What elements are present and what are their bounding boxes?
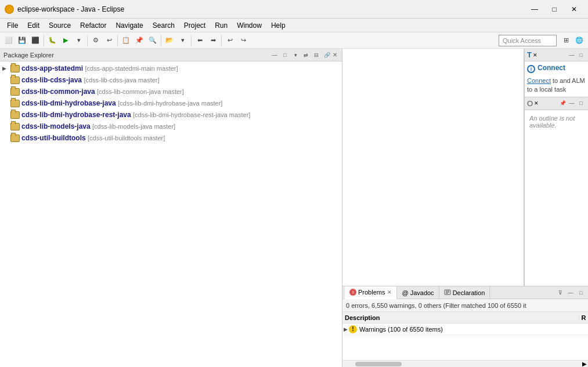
tab-problems[interactable]: ! Problems ✕	[345, 286, 397, 299]
task-close-icon[interactable]: ✕	[533, 52, 538, 58]
scroll-right-button[interactable]: ▶	[582, 361, 587, 367]
toolbar-btn-12[interactable]: ↩	[223, 34, 236, 47]
package-explorer-title: Package Explorer	[3, 52, 270, 59]
link-button[interactable]: 🔗	[322, 50, 331, 60]
close-view-button[interactable]: ✕	[331, 52, 338, 58]
editor-area[interactable]	[342, 49, 524, 286]
task-header-icons: T ✕	[527, 50, 567, 59]
toolbar-sep-3	[117, 35, 118, 46]
toolbar-btn-6[interactable]: 📌	[133, 34, 146, 47]
list-item[interactable]: cdss-lib-models-java [cdss-lib-models-ja…	[0, 121, 342, 132]
save-button[interactable]: 💾	[16, 34, 28, 47]
outline-empty-text: An outline is not available.	[525, 110, 588, 133]
project-icon	[10, 133, 20, 143]
task-maximize-button[interactable]: □	[576, 50, 586, 60]
perspectives-button[interactable]: ⊞	[560, 34, 572, 47]
maximize-view-button[interactable]: □	[280, 50, 290, 60]
right-panel: T ✕ — □ i Connect Connect to an	[342, 49, 588, 367]
problems-tab-icon: !	[349, 288, 356, 296]
bottom-filter-button[interactable]: ⊽	[555, 288, 565, 297]
new-button[interactable]: ⬜	[2, 34, 15, 47]
task-panel-header: T ✕ — □	[525, 49, 588, 61]
javadoc-tab-label: Javadoc	[410, 289, 434, 296]
menu-refactor[interactable]: Refactor	[75, 20, 111, 31]
horizontal-scrollbar[interactable]: ▶	[342, 360, 588, 367]
view-menu-button[interactable]: ▾	[291, 50, 300, 60]
bottom-minimize-button[interactable]: —	[566, 288, 575, 297]
menu-window[interactable]: Window	[232, 20, 266, 31]
problems-tab-close[interactable]: ✕	[387, 289, 392, 295]
run-button[interactable]: ▶	[59, 34, 72, 47]
menu-bar: File Edit Source Refactor Navigate Searc…	[0, 19, 588, 32]
problems-table: Description R ▶ ! Warnings (100 of 6550 …	[342, 312, 588, 360]
toolbar-btn-5[interactable]: 📋	[120, 34, 132, 47]
minimize-view-button[interactable]: —	[270, 50, 279, 60]
project-label: cdss-util-buildtools [cdss-util-buildtoo…	[21, 134, 165, 142]
project-icon	[10, 64, 20, 73]
menu-search[interactable]: Search	[148, 20, 179, 31]
row-expand-icon: ▶	[344, 326, 348, 332]
menu-navigate[interactable]: Navigate	[111, 20, 147, 31]
task-minimize-button[interactable]: —	[567, 50, 576, 60]
menu-project[interactable]: Project	[179, 20, 210, 31]
outline-minimize-button[interactable]: —	[567, 99, 576, 108]
toolbar-btn-8[interactable]: 📂	[163, 34, 176, 47]
open-perspective-button[interactable]: 🌐	[573, 34, 586, 47]
menu-file[interactable]: File	[2, 20, 23, 31]
collapse-button[interactable]: ⊟	[312, 50, 321, 60]
bottom-panel: ! Problems ✕ @ Javadoc Declaration	[342, 286, 588, 367]
outline-maximize-button[interactable]: □	[576, 99, 586, 108]
warning-icon: !	[349, 325, 357, 333]
project-label: cdss-lib-models-java [cdss-lib-models-ja…	[21, 122, 175, 130]
list-item[interactable]: cdss-lib-dmi-hydrobase-rest-java [cdss-l…	[0, 109, 342, 121]
bottom-tab-controls: ⊽ — □	[555, 288, 586, 297]
menu-run[interactable]: Run	[210, 20, 232, 31]
task-content: i Connect Connect to and ALM to a local …	[525, 61, 588, 97]
task-panel: T ✕ — □ i Connect Connect to an	[525, 49, 588, 97]
tab-javadoc[interactable]: @ Javadoc	[397, 286, 439, 299]
connect-text: Connect to and ALM to a local task	[527, 77, 586, 95]
outline-pin-button[interactable]: 📌	[558, 99, 567, 108]
list-item[interactable]: cdss-lib-cdss-java [cdss-lib-cdss-java m…	[0, 74, 342, 86]
toolbar-btn-4[interactable]: ↩	[103, 34, 116, 47]
sync-button[interactable]: ⇄	[301, 50, 311, 60]
toolbar-btn-10[interactable]: ⬅	[193, 34, 206, 47]
list-item[interactable]: cdss-lib-dmi-hydrobase-java [cdss-lib-dm…	[0, 97, 342, 109]
list-item[interactable]: cdss-util-buildtools [cdss-util-buildtoo…	[0, 132, 342, 144]
run-dropdown[interactable]: ▾	[73, 34, 85, 47]
description-col-header: Description	[342, 314, 579, 321]
toolbar-btn-3[interactable]: ⚙	[89, 34, 102, 47]
bottom-maximize-button[interactable]: □	[576, 288, 586, 297]
project-label: cdss-lib-common-java [cdss-lib-common-ja…	[21, 88, 184, 96]
table-row[interactable]: ▶ ! Warnings (100 of 6550 items)	[342, 324, 588, 335]
list-item[interactable]: cdss-lib-common-java [cdss-lib-common-ja…	[0, 86, 342, 97]
package-explorer-tree: ▶ cdss-app-statedmi [cdss-app-statedmi-m…	[0, 61, 342, 367]
debug-button[interactable]: 🐛	[46, 34, 59, 47]
menu-edit[interactable]: Edit	[23, 20, 44, 31]
project-icon	[10, 75, 20, 85]
close-button[interactable]: ✕	[565, 3, 583, 15]
save-all-button[interactable]: ⬛	[29, 34, 42, 47]
problems-tab-label: Problems	[358, 289, 385, 296]
project-icon	[10, 110, 20, 119]
problems-status-text: 0 errors, 6,550 warnings, 0 others (Filt…	[346, 302, 526, 309]
toolbar-btn-9[interactable]: ▾	[176, 34, 189, 47]
toolbar-btn-13[interactable]: ↪	[237, 34, 250, 47]
quick-access-box[interactable]: Quick Access	[499, 35, 557, 46]
toolbar-btn-11[interactable]: ➡	[207, 34, 219, 47]
connect-link[interactable]: Connect	[527, 77, 551, 84]
list-item[interactable]: ▶ cdss-app-statedmi [cdss-app-statedmi-m…	[0, 63, 342, 74]
panel-icon-group: — □ ▾ ⇄ ⊟ 🔗	[270, 50, 331, 60]
minimize-button[interactable]: —	[525, 3, 544, 15]
package-explorer-header: Package Explorer — □ ▾ ⇄ ⊟ 🔗 ✕	[0, 49, 342, 61]
maximize-button[interactable]: □	[545, 3, 564, 15]
outline-O-icon: O	[527, 99, 533, 108]
outline-close-icon[interactable]: ✕	[534, 100, 539, 106]
tab-declaration[interactable]: Declaration	[439, 286, 490, 299]
toolbar-btn-7[interactable]: 🔍	[146, 34, 159, 47]
scrollbar-thumb[interactable]	[355, 362, 402, 366]
window-controls: — □ ✕	[525, 3, 583, 15]
menu-source[interactable]: Source	[44, 20, 75, 31]
app-icon	[5, 5, 14, 14]
menu-help[interactable]: Help	[266, 20, 290, 31]
